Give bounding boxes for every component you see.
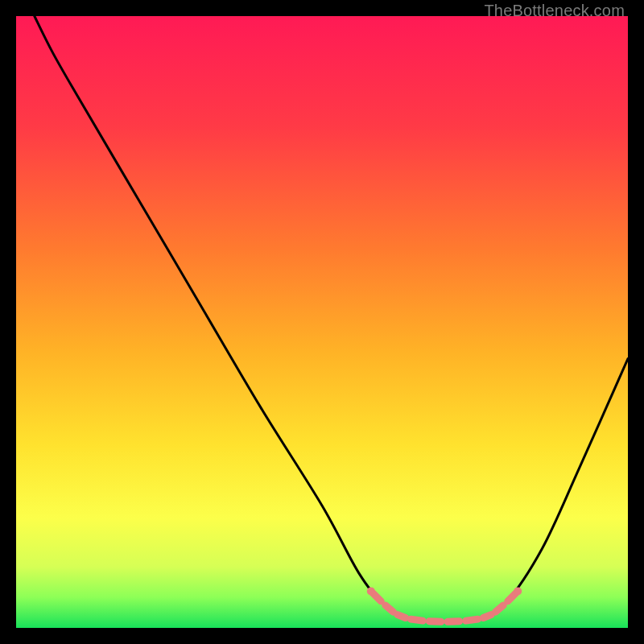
svg-line-4 (429, 621, 441, 622)
svg-point-11 (514, 587, 522, 595)
svg-line-2 (398, 615, 406, 618)
svg-line-7 (483, 615, 491, 618)
svg-line-8 (496, 605, 504, 612)
svg-line-1 (386, 605, 394, 612)
watermark-text: TheBottleneck.com (484, 2, 625, 20)
chart-frame (16, 16, 628, 628)
svg-point-10 (367, 587, 375, 595)
svg-line-6 (466, 619, 478, 621)
bottleneck-chart (16, 16, 628, 628)
svg-line-5 (448, 621, 460, 622)
svg-line-3 (411, 619, 423, 621)
gradient-background (16, 16, 628, 628)
